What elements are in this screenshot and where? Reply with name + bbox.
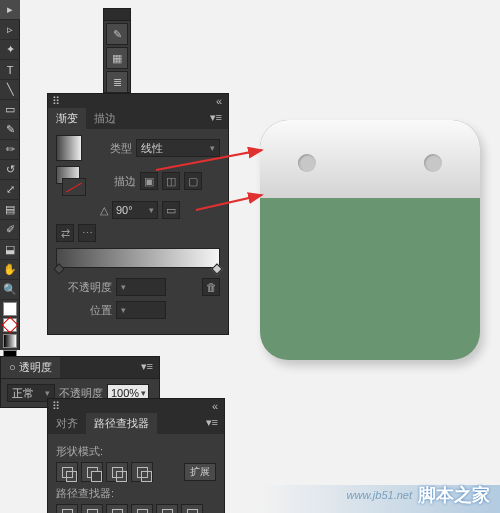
tool-type[interactable]: T [0, 60, 20, 80]
tool-brush[interactable]: ✎ [0, 120, 20, 140]
chevron-down-icon: ▾ [149, 205, 154, 215]
canvas-artwork [260, 120, 480, 360]
stop-opacity-select[interactable]: ▾ [116, 278, 166, 296]
gradient-type-select[interactable]: 线性 ▾ [136, 139, 220, 157]
crop-button[interactable] [131, 504, 153, 513]
mini-panel-grip[interactable] [104, 9, 130, 21]
aspect-ratio-button[interactable]: ▭ [162, 201, 180, 219]
tool-scale[interactable]: ⤢ [0, 180, 20, 200]
pathfinder-panel-header[interactable]: ⠿ « [48, 399, 224, 413]
tool-line[interactable]: ╲ [0, 80, 20, 100]
artwork-hole-left [298, 154, 316, 172]
gradient-panel-body: 类型 线性 ▾ 描边 ▣ ◫ ▢ △ 90°▾ ▭ ⇄ ⋯ [48, 129, 228, 334]
gradient-stop-left[interactable] [53, 263, 64, 274]
minus-front-button[interactable] [81, 462, 103, 482]
opacity-label: 不透明度 [56, 280, 112, 295]
gradient-panel-tabs: 渐变 描边 ▾≡ [48, 108, 228, 129]
type-label: 类型 [86, 141, 132, 156]
artwork-header-gradient [260, 120, 480, 198]
tool-wand[interactable]: ✦ [0, 40, 20, 60]
tool-direct[interactable]: ▹ [0, 20, 20, 40]
delete-stop-button[interactable]: 🗑 [202, 278, 220, 296]
watermark-url: www.jb51.net [347, 489, 412, 501]
tool-graph[interactable]: ⬓ [0, 240, 20, 260]
tool-rotate[interactable]: ↺ [0, 160, 20, 180]
fill-swatch[interactable] [3, 302, 17, 316]
panel-collapse-icon[interactable]: « [214, 96, 224, 106]
tab-align[interactable]: 对齐 [48, 413, 86, 434]
chevron-down-icon: ▾ [121, 282, 126, 292]
stroke-align-outside-button[interactable]: ▢ [184, 172, 202, 190]
panel-menu-icon[interactable]: ▾≡ [204, 108, 228, 129]
stroke-mini-swatch[interactable] [62, 178, 86, 196]
mini-brush-button[interactable]: ✎ [106, 23, 128, 45]
panel-grip-icon: ⠿ [52, 400, 60, 413]
merge-button[interactable] [106, 504, 128, 513]
tab-transparency[interactable]: ○ 透明度 [1, 357, 60, 378]
panel-menu-icon[interactable]: ▾≡ [200, 413, 224, 434]
fill-stroke-swatch-pair[interactable] [56, 166, 86, 196]
gradient-swatch[interactable] [3, 334, 17, 348]
watermark: www.jb51.net 脚本之家 [347, 483, 490, 507]
artwork-hole-right [424, 154, 442, 172]
divide-button[interactable] [56, 504, 78, 513]
mini-swatch-button[interactable]: ▦ [106, 47, 128, 69]
chevron-down-icon: ▾ [45, 388, 50, 398]
stroke-align-inside-button[interactable]: ▣ [140, 172, 158, 190]
stroke-align-center-button[interactable]: ◫ [162, 172, 180, 190]
gradient-preview-thumb[interactable] [56, 135, 82, 161]
outline-button[interactable] [156, 504, 178, 513]
tool-zoom[interactable]: 🔍 [0, 280, 20, 300]
type-value: 线性 [141, 141, 163, 156]
tab-stroke[interactable]: 描边 [86, 108, 124, 129]
chevron-down-icon: ▾ [210, 143, 215, 153]
position-label: 位置 [56, 303, 112, 318]
gradient-panel: ⠿ « 渐变 描边 ▾≡ 类型 线性 ▾ 描边 ▣ ◫ ▢ △ [47, 93, 229, 335]
angle-label: △ [94, 204, 108, 217]
panel-grip-icon: ⠿ [52, 95, 60, 108]
tool-eyedrop[interactable]: ✐ [0, 220, 20, 240]
panel-menu-icon[interactable]: ▾≡ [135, 357, 159, 378]
gradient-options-button[interactable]: ⋯ [78, 224, 96, 242]
tool-gradient[interactable]: ▤ [0, 200, 20, 220]
tab-pathfinder[interactable]: 路径查找器 [86, 413, 157, 434]
stroke-row-label: 描边 [90, 174, 136, 189]
gradient-panel-header[interactable]: ⠿ « [48, 94, 228, 108]
panel-collapse-icon[interactable]: « [210, 401, 220, 411]
watermark-text: 脚本之家 [418, 483, 490, 507]
chevron-down-icon: ▾ [121, 305, 126, 315]
stop-position-select[interactable]: ▾ [116, 301, 166, 319]
tool-pencil[interactable]: ✏ [0, 140, 20, 160]
gradient-stop-right[interactable] [211, 263, 222, 274]
expand-button[interactable]: 扩展 [184, 463, 216, 481]
reverse-gradient-button[interactable]: ⇄ [56, 224, 74, 242]
mini-tool-panel: ✎ ▦ ≣ [103, 8, 131, 93]
mini-layer-button[interactable]: ≣ [106, 71, 128, 93]
minus-back-button[interactable] [181, 504, 203, 513]
shape-mode-label: 形状模式: [56, 444, 216, 459]
vertical-toolbar: ▸ ▹ ✦ T ╲ ▭ ✎ ✏ ↺ ⤢ ▤ ✐ ⬓ ✋ 🔍 [0, 0, 20, 350]
pathfinder-label: 路径查找器: [56, 486, 216, 501]
pathfinder-panel: ⠿ « 对齐 路径查找器 ▾≡ 形状模式: 扩展 路径查找器: [47, 398, 225, 513]
unite-button[interactable] [56, 462, 78, 482]
stroke-swatch[interactable] [3, 318, 17, 332]
angle-input[interactable]: 90°▾ [112, 201, 158, 219]
gradient-ramp[interactable] [56, 248, 220, 268]
tool-select[interactable]: ▸ [0, 0, 20, 20]
trim-button[interactable] [81, 504, 103, 513]
tab-gradient[interactable]: 渐变 [48, 108, 86, 129]
intersect-button[interactable] [106, 462, 128, 482]
exclude-button[interactable] [131, 462, 153, 482]
tool-hand[interactable]: ✋ [0, 260, 20, 280]
tool-rect[interactable]: ▭ [0, 100, 20, 120]
